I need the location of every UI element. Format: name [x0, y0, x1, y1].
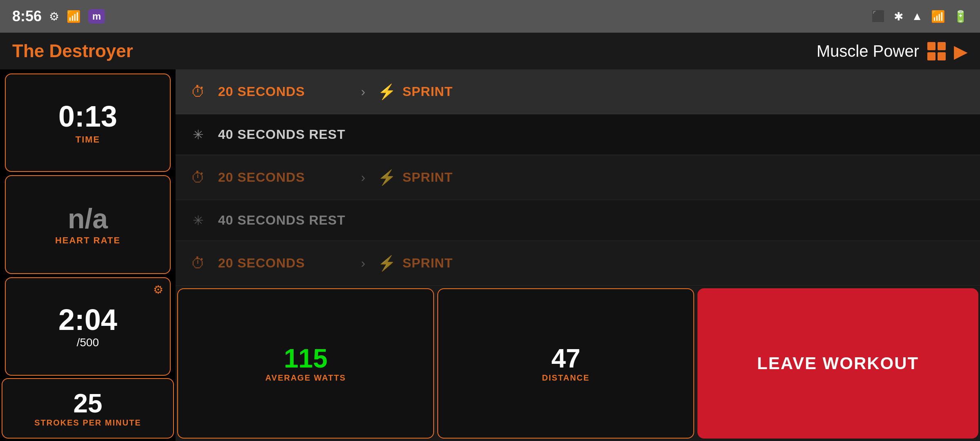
lightning-icon-3: ⚡: [378, 255, 396, 272]
rest-2-label: 40 SECONDS REST: [218, 213, 345, 228]
sprint-2-label: SPRINT: [403, 170, 453, 185]
avg-watts-label: AVERAGE WATTS: [265, 373, 346, 383]
workout-name: Muscle Power: [817, 42, 919, 60]
status-right: ⬛ ✱ ▲ 📶 🔋: [871, 10, 968, 23]
arrow-2: ›: [361, 170, 365, 185]
sprint-1-label: SPRINT: [403, 84, 453, 99]
nfc-icon: ⬛: [871, 10, 886, 23]
pace-sub: /500: [77, 336, 99, 349]
sprint-1-duration: 20 SECONDS: [218, 84, 349, 99]
status-left: 8:56 ⚙ 📶 m: [12, 8, 105, 25]
status-time: 8:56: [12, 8, 42, 25]
radio-icon: 📶: [67, 10, 81, 23]
pace-card: ⚙ 2:04 /500: [5, 277, 171, 376]
left-panel: 0:13 TIME n/a HEART RATE ⚙ 2:04 /500 25 …: [0, 69, 176, 441]
lightning-icon-2: ⚡: [378, 169, 396, 186]
battery-icon: 🔋: [953, 10, 968, 23]
heart-rate-card: n/a HEART RATE: [5, 175, 171, 274]
strokes-value: 25: [73, 389, 102, 418]
rest-item-2[interactable]: ✳ 40 SECONDS REST: [176, 200, 980, 241]
bluetooth-icon: ✱: [894, 10, 903, 23]
distance-value: 47: [551, 344, 580, 373]
distance-card: 47 DISTANCE: [437, 288, 694, 439]
sprint-3-duration: 20 SECONDS: [218, 256, 349, 271]
sprint-3-label: SPRINT: [403, 256, 453, 271]
app-header: The Destroyer Muscle Power ▶: [0, 33, 980, 69]
stopwatch-icon-3: ⏱: [188, 255, 208, 272]
rest-item-1[interactable]: ✳ 40 SECONDS REST: [176, 114, 980, 155]
play-button[interactable]: ▶: [954, 41, 968, 62]
rest-icon-2: ✳: [188, 213, 208, 228]
stopwatch-icon-1: ⏱: [188, 83, 208, 100]
grid-icon[interactable]: [927, 42, 946, 60]
time-value: 0:13: [58, 100, 117, 133]
leave-workout-button[interactable]: LEAVE WORKOUT: [697, 288, 978, 439]
signal-icon: 📶: [931, 10, 945, 23]
wifi-icon: ▲: [911, 10, 923, 23]
app-icon-m: m: [88, 9, 105, 24]
pace-value: 2:04: [58, 304, 117, 336]
bottom-stats: 25 STROKES PER MINUTE: [0, 376, 176, 441]
metrics-area: 0:13 TIME n/a HEART RATE ⚙ 2:04 /500: [0, 69, 176, 376]
workout-item-sprint-3[interactable]: ⏱ 20 SECONDS › ⚡ SPRINT: [176, 241, 980, 286]
distance-label: DISTANCE: [542, 373, 590, 383]
right-panel: ⏱ 20 SECONDS › ⚡ SPRINT ✳ 40 SECONDS RES…: [176, 69, 980, 441]
header-right: Muscle Power ▶: [817, 41, 968, 62]
arrow-1: ›: [361, 84, 365, 99]
lightning-icon-1: ⚡: [378, 83, 396, 100]
strokes-label: STROKES PER MINUTE: [34, 418, 141, 428]
sprint-2-duration: 20 SECONDS: [218, 170, 349, 185]
stopwatch-icon-2: ⏱: [188, 169, 208, 186]
time-card: 0:13 TIME: [5, 74, 171, 172]
leave-workout-label: LEAVE WORKOUT: [757, 353, 919, 374]
app-title: The Destroyer: [12, 41, 133, 61]
arrow-3: ›: [361, 256, 365, 271]
heart-rate-value: n/a: [68, 203, 108, 234]
rest-1-label: 40 SECONDS REST: [218, 127, 345, 142]
heart-rate-label: HEART RATE: [55, 235, 120, 246]
workout-item-sprint-2[interactable]: ⏱ 20 SECONDS › ⚡ SPRINT: [176, 155, 980, 200]
main-content: 0:13 TIME n/a HEART RATE ⚙ 2:04 /500 25 …: [0, 69, 980, 441]
strokes-card: 25 STROKES PER MINUTE: [2, 378, 174, 439]
settings-icon: ⚙: [49, 10, 59, 23]
avg-watts-value: 115: [284, 344, 327, 373]
rest-icon-1: ✳: [188, 127, 208, 143]
avg-watts-card: 115 AVERAGE WATTS: [177, 288, 434, 439]
workout-item-sprint-1[interactable]: ⏱ 20 SECONDS › ⚡ SPRINT: [176, 69, 980, 114]
time-label: TIME: [76, 134, 100, 145]
pace-gear-icon[interactable]: ⚙: [153, 283, 163, 296]
status-bar: 8:56 ⚙ 📶 m ⬛ ✱ ▲ 📶 🔋: [0, 0, 980, 33]
